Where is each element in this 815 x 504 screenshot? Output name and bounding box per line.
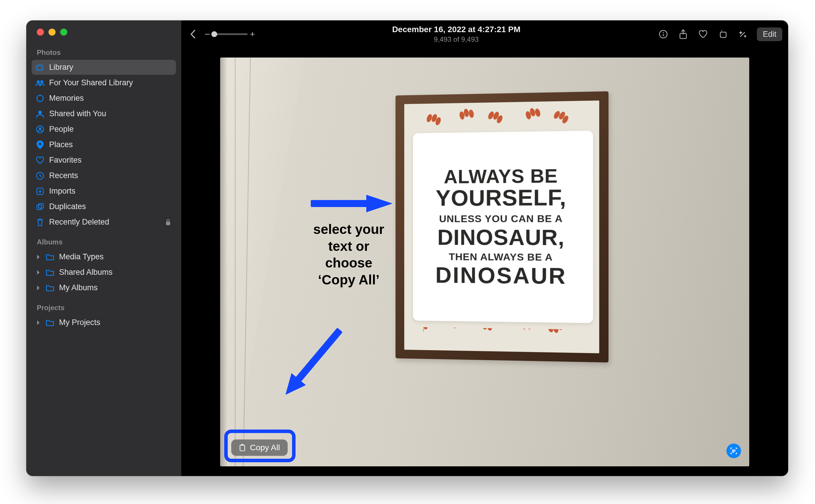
zoom-slider[interactable]: − + bbox=[205, 29, 255, 40]
clipboard-icon bbox=[239, 444, 246, 452]
edit-button[interactable]: Edit bbox=[757, 27, 782, 41]
svg-marker-48 bbox=[366, 195, 393, 212]
svg-point-25 bbox=[496, 114, 504, 124]
clock-icon bbox=[36, 171, 44, 180]
annotation-arrow-down-left bbox=[267, 314, 360, 408]
chevron-right-icon bbox=[36, 285, 41, 291]
sidebar-item-for-your-shared-library[interactable]: For Your Shared Library bbox=[32, 75, 176, 90]
svg-point-30 bbox=[558, 111, 566, 120]
svg-point-27 bbox=[529, 107, 536, 117]
sidebar-item-label: Duplicates bbox=[49, 202, 86, 211]
svg-point-33 bbox=[423, 327, 425, 333]
annotation-line: text or bbox=[302, 238, 396, 255]
annotation-arrow-right bbox=[308, 189, 396, 218]
sidebar-item-label: Recents bbox=[49, 171, 78, 180]
chevron-right-icon bbox=[36, 270, 41, 275]
sidebar-item-places[interactable]: Places bbox=[32, 137, 176, 152]
svg-rect-52 bbox=[241, 444, 244, 446]
auto-enhance-button[interactable] bbox=[737, 28, 749, 40]
sidebar-item-label: For Your Shared Library bbox=[49, 78, 133, 87]
live-text-button[interactable] bbox=[726, 444, 741, 458]
annotation-text: select your text or choose ‘Copy All’ bbox=[302, 221, 396, 288]
lock-icon bbox=[165, 219, 172, 225]
svg-point-26 bbox=[525, 111, 532, 120]
sidebar-item-shared-albums[interactable]: Shared Albums bbox=[32, 265, 176, 280]
favorite-button[interactable] bbox=[697, 28, 709, 40]
fullscreen-window-button[interactable] bbox=[60, 29, 67, 36]
sidebar-item-my-projects[interactable]: My Projects bbox=[32, 315, 176, 330]
svg-rect-10 bbox=[37, 205, 41, 210]
folder-icon bbox=[46, 268, 54, 277]
svg-point-7 bbox=[39, 127, 41, 130]
chevron-right-icon bbox=[36, 320, 41, 325]
sidebar-item-label: Places bbox=[49, 140, 73, 149]
svg-point-24 bbox=[492, 111, 500, 121]
library-icon bbox=[36, 63, 44, 72]
memories-icon bbox=[36, 94, 44, 103]
copy-all-button[interactable]: Copy All bbox=[231, 439, 288, 456]
sidebar-item-recents[interactable]: Recents bbox=[32, 168, 176, 183]
info-button[interactable] bbox=[658, 28, 669, 40]
zoom-track[interactable] bbox=[213, 33, 248, 35]
shared-library-icon bbox=[36, 79, 44, 87]
sidebar: Photos Library For Your Shared Library M… bbox=[26, 20, 181, 476]
trash-icon bbox=[36, 218, 44, 227]
toolbar-title: December 16, 2022 at 4:27:21 PM 9,493 of… bbox=[255, 25, 658, 44]
svg-point-39 bbox=[486, 327, 492, 331]
quote-line: THEN ALWAYS BE A bbox=[449, 251, 553, 263]
sidebar-item-label: Recently Deleted bbox=[49, 218, 109, 227]
sidebar-section-albums: Albums bbox=[26, 230, 181, 249]
duplicates-icon bbox=[36, 202, 44, 211]
quote-line: ALWAYS BE bbox=[444, 166, 558, 186]
zoom-out-label: − bbox=[205, 29, 210, 40]
sidebar-item-imports[interactable]: Imports bbox=[32, 184, 176, 199]
svg-point-45 bbox=[552, 327, 559, 333]
annotation-line: ‘Copy All’ bbox=[302, 272, 396, 289]
annotation-line: choose bbox=[302, 255, 396, 272]
svg-rect-47 bbox=[311, 200, 369, 207]
sidebar-item-duplicates[interactable]: Duplicates bbox=[32, 199, 176, 214]
sidebar-item-label: Media Types bbox=[59, 252, 104, 261]
wall-art-frame: ALWAYS BE YOURSELF, UNLESS YOU CAN BE A … bbox=[396, 91, 608, 363]
sidebar-section-projects: Projects bbox=[26, 296, 181, 315]
annotation-line: select your bbox=[302, 221, 396, 238]
sidebar-item-recently-deleted[interactable]: Recently Deleted bbox=[32, 215, 176, 230]
sidebar-item-my-albums[interactable]: My Albums bbox=[32, 280, 176, 295]
svg-point-5 bbox=[38, 111, 42, 114]
sidebar-item-label: Library bbox=[49, 63, 73, 72]
app-window: Photos Library For Your Shared Library M… bbox=[26, 20, 788, 476]
imports-icon bbox=[36, 187, 44, 196]
svg-point-38 bbox=[491, 327, 497, 328]
sidebar-item-shared-with-you[interactable]: Shared with You bbox=[32, 106, 176, 121]
sidebar-item-people[interactable]: People bbox=[32, 122, 176, 137]
quote-line: DINOSAUR, bbox=[437, 227, 564, 249]
share-button[interactable] bbox=[677, 28, 689, 40]
photo[interactable]: ALWAYS BE YOURSELF, UNLESS YOU CAN BE A … bbox=[220, 58, 749, 466]
photo-viewport: ALWAYS BE YOURSELF, UNLESS YOU CAN BE A … bbox=[181, 48, 788, 476]
people-icon bbox=[36, 125, 44, 134]
sidebar-item-library[interactable]: Library bbox=[32, 60, 176, 75]
sidebar-item-label: Imports bbox=[49, 187, 75, 196]
places-icon bbox=[36, 140, 44, 149]
zoom-in-label: + bbox=[250, 29, 255, 39]
close-window-button[interactable] bbox=[37, 29, 44, 36]
folder-icon bbox=[46, 253, 54, 261]
svg-rect-11 bbox=[39, 204, 43, 208]
quote-line: UNLESS YOU CAN BE A bbox=[439, 213, 563, 225]
svg-point-44 bbox=[556, 327, 563, 330]
sidebar-item-favorites[interactable]: Favorites bbox=[32, 153, 176, 168]
wall-art-quote[interactable]: ALWAYS BE YOURSELF, UNLESS YOU CAN BE A … bbox=[404, 137, 599, 317]
quote-line: DINOSAUR bbox=[435, 264, 566, 287]
svg-rect-51 bbox=[240, 445, 245, 451]
wall-art-canvas: ALWAYS BE YOURSELF, UNLESS YOU CAN BE A … bbox=[404, 100, 599, 353]
svg-point-3 bbox=[40, 80, 43, 83]
photo-count: 9,493 of 9,493 bbox=[255, 35, 658, 44]
quote-line: YOURSELF, bbox=[436, 186, 566, 210]
sidebar-item-memories[interactable]: Memories bbox=[32, 91, 176, 106]
rotate-button[interactable] bbox=[717, 28, 729, 40]
zoom-knob[interactable] bbox=[212, 31, 217, 37]
minimize-window-button[interactable] bbox=[48, 29, 55, 36]
back-button[interactable] bbox=[187, 28, 199, 40]
sidebar-item-label: People bbox=[49, 125, 74, 134]
sidebar-item-media-types[interactable]: Media Types bbox=[32, 249, 176, 264]
